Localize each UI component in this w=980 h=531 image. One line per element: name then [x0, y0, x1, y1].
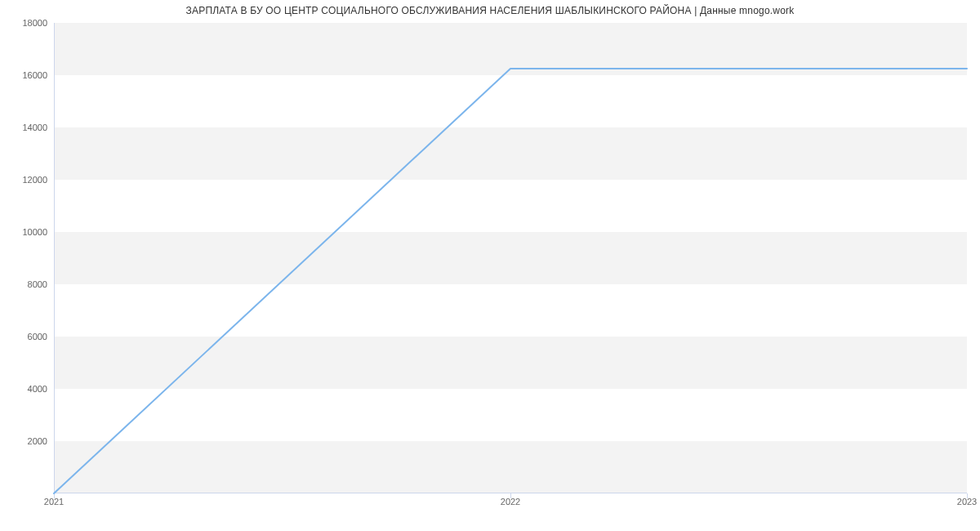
- y-tick-label: 16000: [22, 70, 47, 80]
- y-tick-label: 18000: [22, 18, 47, 28]
- x-tick-label: 2022: [501, 497, 520, 506]
- y-tick-label: 10000: [22, 227, 47, 237]
- y-tick-label: 12000: [22, 175, 47, 185]
- y-tick-label: 2000: [28, 436, 47, 446]
- x-tick-label: 2023: [957, 497, 977, 506]
- chart-container: ЗАРПЛАТА В БУ ОО ЦЕНТР СОЦИАЛЬНОГО ОБСЛУ…: [0, 0, 980, 531]
- plot-area: [54, 23, 967, 493]
- x-tick-label: 2021: [44, 497, 64, 506]
- y-tick-label: 6000: [28, 332, 47, 341]
- y-tick-label: 4000: [28, 384, 47, 394]
- y-tick-label: 14000: [22, 123, 47, 132]
- chart-title: ЗАРПЛАТА В БУ ОО ЦЕНТР СОЦИАЛЬНОГО ОБСЛУ…: [0, 5, 980, 16]
- line-series-layer: [54, 23, 967, 493]
- y-tick-label: 8000: [28, 279, 47, 289]
- series-salary-line: [54, 69, 967, 493]
